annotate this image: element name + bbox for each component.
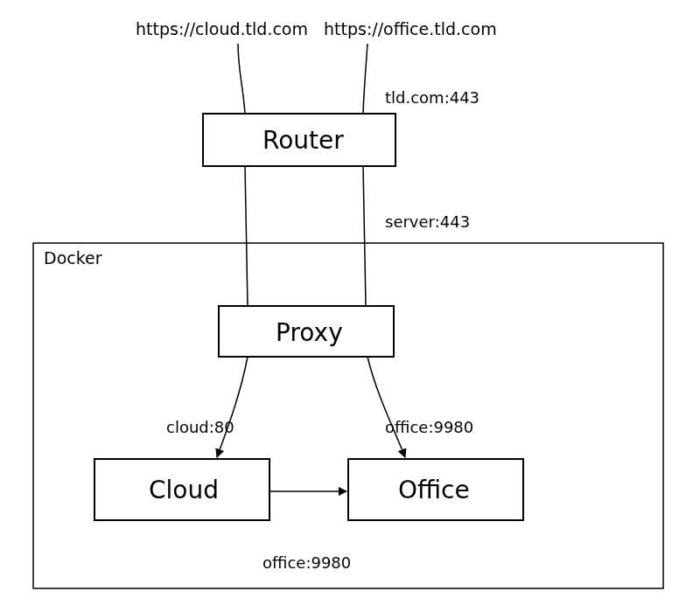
url-cloud-label: https://cloud.tld.com — [136, 19, 308, 38]
proxy-node-label: Proxy — [276, 318, 343, 347]
flow-proxy-to-office — [368, 357, 405, 457]
router-node-label: Router — [262, 126, 344, 155]
flow-router-to-proxy-right — [363, 166, 366, 306]
cloud-node-label: Cloud — [149, 476, 219, 504]
flow-proxy-to-cloud — [217, 357, 248, 457]
office-node-label: Office — [398, 476, 470, 504]
flow-url-office-to-router — [363, 44, 368, 114]
docker-container — [33, 243, 663, 588]
endpoint-cloud-label: cloud:80 — [166, 418, 234, 436]
endpoint-cloud-to-office-label: office:9980 — [262, 553, 351, 572]
network-diagram: https://cloud.tld.com https://office.tld… — [0, 0, 700, 612]
url-office-label: https://office.tld.com — [324, 19, 497, 38]
flow-router-to-proxy-left — [245, 166, 248, 306]
endpoint-router-label: tld.com:443 — [385, 88, 480, 107]
endpoint-proxy-label: server:443 — [385, 212, 470, 231]
endpoint-office-label: office:9980 — [385, 418, 473, 436]
flow-url-cloud-to-router — [238, 44, 245, 114]
docker-container-label: Docker — [44, 248, 102, 268]
